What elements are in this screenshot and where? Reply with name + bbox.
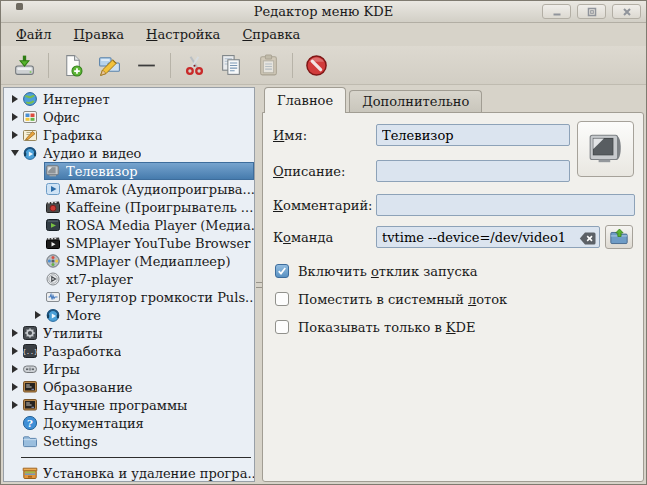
tree-item-graphics[interactable]: Графика (4, 126, 254, 144)
tree-expander-col (8, 95, 21, 103)
command-input[interactable] (376, 226, 600, 248)
close-button[interactable] (612, 4, 641, 19)
menu-item-settings[interactable]: Настройка (135, 25, 231, 44)
tree-item-label: More (66, 308, 101, 323)
new-submenu-button[interactable] (91, 48, 128, 82)
tree-item-smplayer-youtube[interactable]: SMPlayer YouTube Browser ... (4, 234, 254, 252)
paste-button[interactable] (250, 48, 287, 82)
tree-item-settings-folder[interactable]: Settings (4, 432, 254, 450)
expander-open-icon[interactable] (11, 150, 19, 156)
expander-closed-icon[interactable] (35, 311, 41, 319)
maximize-button[interactable] (577, 4, 606, 19)
tree-separator (4, 450, 254, 464)
tree-item-label: Регулятор громкости Puls... (66, 290, 254, 305)
expander-closed-icon[interactable] (12, 329, 18, 337)
tree-item-audio-video[interactable]: Аудио и видео (4, 144, 254, 162)
tree-item-install-remove[interactable]: Установка и удаление програ... (4, 464, 254, 482)
expander-closed-icon[interactable] (12, 95, 18, 103)
tree-item-volume-pulse[interactable]: Регулятор громкости Puls... (4, 288, 254, 306)
tree-item-amarok[interactable]: Amarok (Аудиопроигрыва... (4, 180, 254, 198)
tree-item-label: xt7-player (66, 272, 133, 287)
tree-item-tv[interactable]: Телевизор (4, 162, 254, 180)
tree-item-content: Kaffeine (Проигрыватель ... (44, 198, 254, 216)
copy-icon (219, 53, 244, 78)
menu-item-file[interactable]: Файл (5, 25, 62, 44)
new-item-icon (60, 53, 85, 78)
splitter-grip-icon (256, 282, 262, 288)
checkbox-launch-feedback[interactable] (275, 264, 289, 278)
tree-item-development[interactable]: {..}Разработка (4, 342, 254, 360)
delete-button[interactable] (298, 48, 335, 82)
office-icon (22, 109, 38, 125)
tree-item-content: SMPlayer (Медиаплеер) (44, 252, 254, 270)
globe-icon (22, 91, 38, 107)
tree-item-office[interactable]: Офис (4, 108, 254, 126)
expander-closed-icon[interactable] (12, 347, 18, 355)
minimize-button[interactable] (542, 4, 571, 19)
tree-item-content: Settings (21, 432, 254, 450)
browse-button[interactable] (605, 225, 633, 249)
comment-input[interactable] (376, 194, 635, 216)
menu-item-help[interactable]: Справка (231, 25, 311, 44)
tree-item-smplayer[interactable]: SMPlayer (Медиаплеер) (4, 252, 254, 270)
tree-item-documentation[interactable]: ?Документация (4, 414, 254, 432)
utilities-icon (22, 325, 38, 341)
tree-item-label: Игры (43, 362, 80, 377)
clear-field-icon[interactable] (579, 230, 596, 244)
tree-expander-col (8, 150, 21, 156)
tree-item-kaffeine[interactable]: Kaffeine (Проигрыватель ... (4, 198, 254, 216)
expander-closed-icon[interactable] (12, 365, 18, 373)
tab-advanced[interactable]: Дополнительно (349, 90, 482, 112)
tree-item-internet[interactable]: Интернет (4, 90, 254, 108)
tree-item-more[interactable]: More (4, 306, 254, 324)
package-icon (22, 465, 38, 481)
tree-item-label: Установка и удаление програ... (43, 466, 254, 481)
menu-item-edit[interactable]: Правка (62, 25, 135, 44)
tree-item-label: Научные программы (43, 398, 187, 413)
clapper-icon (45, 235, 61, 251)
tree-item-science[interactable]: Научные программы (4, 396, 254, 414)
tree-expander-col (8, 401, 21, 409)
tree-item-games[interactable]: Игры (4, 360, 254, 378)
tree-item-rosa-media-player[interactable]: ROSA Media Player (Медиа... (4, 216, 254, 234)
splitter-handle[interactable] (255, 87, 262, 482)
paste-icon (256, 53, 281, 78)
expander-closed-icon[interactable] (12, 401, 18, 409)
name-input[interactable] (376, 124, 570, 146)
toolbar (1, 46, 646, 85)
tab-advanced-label: Дополнительно (362, 94, 469, 109)
checkbox-system-tray[interactable] (275, 292, 289, 306)
command-field-label: Команда (273, 230, 376, 245)
copy-button[interactable] (213, 48, 250, 82)
checkbox-kde-only[interactable] (275, 320, 289, 334)
tree-item-content: Научные программы (21, 396, 254, 414)
expander-closed-icon[interactable] (12, 113, 18, 121)
help-icon: ? (22, 415, 38, 431)
tree-item-content: SMPlayer YouTube Browser ... (44, 234, 254, 252)
window-title: Редактор меню KDE (254, 4, 393, 19)
tree-item-label: Разработка (43, 344, 121, 359)
tree-item-content: ?Документация (21, 414, 254, 432)
tree-item-label: Телевизор (66, 164, 138, 179)
tree-item-label: Образование (43, 380, 133, 395)
tree-item-content: Графика (21, 126, 254, 144)
tab-main[interactable]: Главное (264, 87, 346, 113)
gamepad-icon (22, 361, 38, 377)
menubar: ФайлПравкаНастройкаСправка (1, 23, 646, 46)
save-button[interactable] (6, 48, 43, 82)
window-controls (542, 4, 641, 19)
expander-closed-icon[interactable] (12, 383, 18, 391)
checkbox-label-launch-feedback: Включить отклик запуска (298, 264, 478, 279)
new-item-button[interactable] (54, 48, 91, 82)
tree-item-utilities[interactable]: Утилиты (4, 324, 254, 342)
cut-button[interactable] (176, 48, 213, 82)
tree-item-education[interactable]: Образование (4, 378, 254, 396)
folder-icon (22, 433, 38, 449)
expander-closed-icon[interactable] (12, 131, 18, 139)
checkbox-row-system-tray: Поместить в системный лоток (275, 285, 635, 313)
new-separator-button[interactable] (128, 48, 165, 82)
tree-item-xt7-player[interactable]: xt7-player (4, 270, 254, 288)
description-input[interactable] (376, 160, 570, 182)
item-icon-button[interactable] (577, 121, 634, 177)
titlebar[interactable]: Редактор меню KDE (1, 1, 646, 23)
